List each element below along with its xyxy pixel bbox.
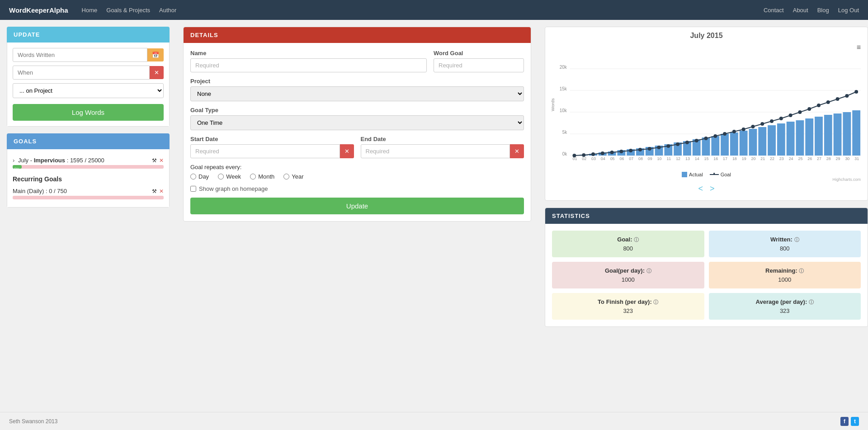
radio-day[interactable]: Day	[190, 173, 209, 180]
chart-nav-right[interactable]: >	[710, 184, 715, 194]
when-input[interactable]	[13, 66, 150, 80]
svg-text:0k: 0k	[562, 151, 567, 156]
right-column: July 2015 ≡ 0k 5k 10k 15k 20k Words	[538, 20, 868, 412]
nav-logout[interactable]: Log Out	[838, 7, 859, 14]
chart-panel: July 2015 ≡ 0k 5k 10k 15k 20k Words	[545, 27, 868, 201]
name-input[interactable]	[190, 58, 427, 72]
svg-rect-34	[787, 122, 795, 156]
nav-contact[interactable]: Contact	[764, 7, 784, 14]
details-panel: DETAILS Name Word Goal	[183, 27, 531, 222]
update-button[interactable]: Update	[190, 198, 524, 214]
radio-year[interactable]: Year	[283, 173, 303, 180]
sidebar: UPDATE 📅 ✕ ... on Project Log Words	[0, 20, 176, 412]
svg-text:13: 13	[685, 156, 690, 161]
recurring-settings-icon[interactable]: ⚒	[152, 188, 157, 194]
goal-progress-bar-fill: 6%	[13, 165, 22, 169]
radio-week-input[interactable]	[218, 174, 224, 180]
stat-goal-per-day-label: Goal(per day): ⓘ	[559, 267, 698, 274]
recurring-delete-icon[interactable]: ✕	[159, 188, 164, 194]
details-project-group: Project None	[190, 78, 524, 101]
legend-goal: Goal	[710, 172, 731, 177]
chart-menu-icon[interactable]: ≡	[857, 43, 861, 52]
brand[interactable]: WordKeeperAlpha	[9, 6, 68, 14]
svg-point-63	[770, 119, 774, 123]
chart-nav-left[interactable]: <	[698, 184, 703, 194]
twitter-icon[interactable]: t	[851, 417, 859, 426]
clear-start-date-button[interactable]: ✕	[340, 144, 354, 158]
legend-actual-box	[682, 172, 687, 177]
svg-rect-29	[740, 131, 748, 156]
radio-group: Day Week Month Year	[190, 173, 524, 180]
svg-text:10k: 10k	[560, 108, 567, 113]
goal-delete-icon[interactable]: ✕	[159, 157, 164, 164]
svg-point-67	[807, 107, 811, 111]
start-date-input[interactable]	[190, 144, 340, 158]
svg-point-64	[779, 117, 783, 120]
goal-month: July	[18, 157, 28, 164]
stat-written-info-icon[interactable]: ⓘ	[794, 237, 799, 242]
svg-rect-41	[852, 110, 860, 156]
name-wordgoal-row: Name Word Goal	[190, 50, 524, 72]
stat-remaining-value: 1000	[716, 276, 854, 283]
nav-blog[interactable]: Blog	[817, 7, 829, 14]
svg-text:15k: 15k	[560, 86, 567, 91]
svg-text:5k: 5k	[562, 130, 567, 135]
goals-panel: GOALS › July - Impervious : 1595 / 25000	[7, 133, 170, 208]
project-select[interactable]: ... on Project	[13, 83, 164, 98]
nav-about[interactable]: About	[793, 7, 808, 14]
nav-author[interactable]: Author	[159, 7, 176, 14]
facebook-icon[interactable]: f	[840, 417, 849, 426]
svg-point-58	[723, 132, 726, 136]
svg-point-53	[676, 142, 679, 146]
svg-text:30: 30	[845, 156, 849, 161]
stat-remaining: Remaining: ⓘ 1000	[709, 262, 861, 288]
stat-average-info-icon[interactable]: ⓘ	[809, 299, 814, 305]
nav-goals[interactable]: Goals & Projects	[106, 7, 150, 14]
repeats-label: Goal repeats every:	[190, 164, 524, 170]
svg-text:11: 11	[666, 156, 671, 161]
stat-remaining-info-icon[interactable]: ⓘ	[799, 268, 804, 274]
radio-year-input[interactable]	[283, 174, 289, 180]
goal-chevron[interactable]: ›	[13, 157, 14, 164]
stat-goal-per-day-value: 1000	[559, 276, 698, 283]
stat-to-finish-info-icon[interactable]: ⓘ	[653, 299, 658, 305]
nav-right: Contact About Blog Log Out	[764, 7, 859, 14]
word-goal-input[interactable]	[434, 58, 524, 72]
stat-goal-info-icon[interactable]: ⓘ	[634, 237, 639, 242]
stat-goal-per-day-info-icon[interactable]: ⓘ	[646, 268, 651, 274]
svg-rect-26	[711, 136, 719, 156]
svg-text:21: 21	[760, 156, 765, 161]
calendar-button[interactable]: 📅	[147, 48, 164, 61]
details-body: Name Word Goal Project No	[184, 43, 531, 221]
svg-rect-33	[777, 123, 785, 156]
show-graph-label: Show graph on homepage	[199, 185, 268, 192]
nav-home[interactable]: Home	[82, 7, 98, 14]
chart-area: ≡ 0k 5k 10k 15k 20k Words	[550, 43, 863, 170]
goal-type-select[interactable]: One Time	[190, 115, 524, 130]
words-input[interactable]	[13, 48, 147, 62]
radio-week[interactable]: Week	[218, 173, 241, 180]
svg-text:12: 12	[676, 156, 680, 161]
svg-rect-32	[768, 125, 776, 156]
svg-point-48	[629, 149, 632, 152]
goals-panel-body: › July - Impervious : 1595 / 25000 ⚒ ✕	[7, 149, 170, 208]
legend-actual: Actual	[682, 172, 703, 177]
clear-end-date-button[interactable]: ✕	[510, 144, 524, 158]
goal-settings-icon[interactable]: ⚒	[152, 157, 157, 164]
chart-nav: < >	[550, 182, 863, 196]
goal-title-row: › July - Impervious : 1595 / 25000 ⚒ ✕	[13, 157, 164, 164]
end-date-input[interactable]	[361, 144, 510, 158]
radio-day-input[interactable]	[190, 174, 196, 180]
svg-point-69	[826, 100, 830, 104]
radio-month[interactable]: Month	[250, 173, 274, 180]
log-words-button[interactable]: Log Words	[13, 104, 164, 121]
update-panel-header: UPDATE	[7, 27, 170, 43]
svg-text:29: 29	[836, 156, 840, 161]
details-project-select[interactable]: None	[190, 86, 524, 101]
radio-month-input[interactable]	[250, 174, 256, 180]
show-graph-checkbox[interactable]	[190, 186, 196, 192]
legend-goal-label: Goal	[721, 172, 731, 177]
stat-to-finish-label: To Finish (per day): ⓘ	[559, 298, 698, 306]
clear-when-button[interactable]: ✕	[150, 66, 164, 79]
svg-rect-38	[824, 115, 832, 156]
